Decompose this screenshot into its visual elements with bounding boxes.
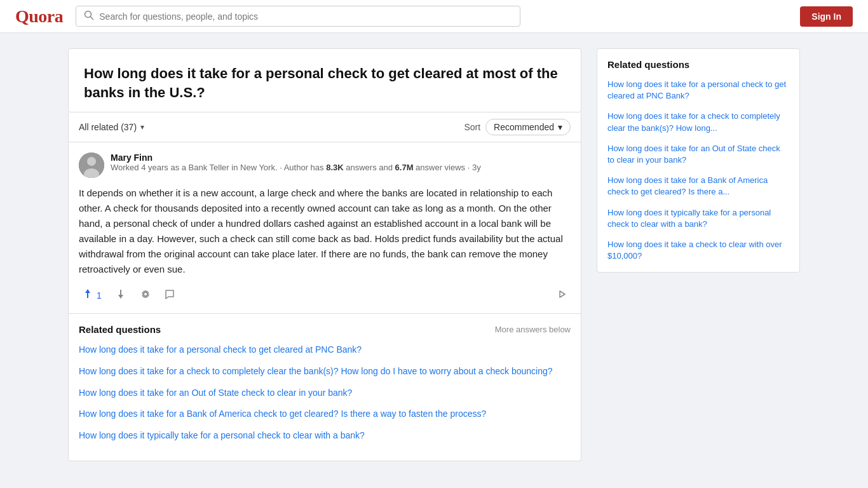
search-input[interactable]: [99, 11, 512, 22]
author-answers: 8.3K: [326, 163, 343, 172]
sort-label: Sort: [464, 122, 480, 132]
sidebar-link-6[interactable]: How long does it take a check to clear w…: [607, 239, 789, 262]
sign-in-button[interactable]: Sign In: [800, 6, 853, 27]
comment-button[interactable]: [161, 286, 178, 304]
quora-logo: Quora: [15, 6, 63, 27]
answer-text: It depends on whether it is a new accoun…: [79, 186, 571, 277]
header: Quora Sign In: [0, 0, 868, 33]
comment-icon: [164, 288, 175, 302]
action-bar: 1: [79, 285, 571, 306]
related-in-answer: Related questions More answers below How…: [68, 314, 581, 461]
share-icon: [140, 288, 151, 302]
upvote-count: 1: [97, 290, 102, 301]
recommended-label: Recommended: [494, 122, 554, 132]
all-related-filter[interactable]: All related (37) ▾: [79, 122, 144, 132]
related-link-2[interactable]: How long does it take for a check to com…: [79, 365, 571, 378]
related-questions-title: Related questions: [79, 324, 161, 335]
related-link-1[interactable]: How long does it take for a personal che…: [79, 344, 571, 356]
sidebar-link-2[interactable]: How long does it take for a check to com…: [607, 111, 789, 133]
author-name: Mary Finn: [111, 152, 481, 163]
left-column: How long does it take for a personal che…: [68, 48, 581, 461]
main-container: How long does it take for a personal che…: [53, 48, 815, 461]
arrow-share-icon: [557, 288, 568, 302]
upvote-button[interactable]: 1: [79, 285, 104, 306]
search-icon: [84, 10, 94, 22]
sidebar-link-5[interactable]: How long does it typically take for a pe…: [607, 207, 789, 230]
sidebar-link-3[interactable]: How long does it take for an Out of Stat…: [607, 143, 789, 166]
chevron-down-icon: ▾: [558, 122, 562, 132]
question-box: How long does it take for a personal che…: [68, 48, 581, 112]
svg-point-5: [144, 292, 147, 296]
author-info: Mary Finn Worked 4 years as a Bank Telle…: [111, 152, 481, 172]
svg-line-1: [91, 17, 93, 20]
all-related-label: All related (37): [79, 122, 137, 132]
author-views: 6.7M: [395, 163, 414, 172]
sidebar-link-4[interactable]: How long does it take for a Bank of Amer…: [607, 175, 789, 198]
sidebar-box: Related questions How long does it take …: [597, 48, 800, 273]
author-row: Mary Finn Worked 4 years as a Bank Telle…: [79, 152, 571, 178]
header-right: Sign In: [800, 6, 853, 27]
downvote-button[interactable]: [112, 285, 130, 305]
sort-area: Sort Recommended ▾: [464, 119, 571, 135]
svg-point-3: [87, 157, 96, 166]
downvote-icon: [114, 288, 127, 302]
right-sidebar: Related questions How long does it take …: [597, 48, 800, 461]
answer-card: Mary Finn Worked 4 years as a Bank Telle…: [68, 142, 581, 314]
share-button[interactable]: [137, 286, 154, 304]
chevron-down-icon: ▾: [140, 123, 144, 132]
sidebar-title: Related questions: [607, 59, 789, 70]
sidebar-link-1[interactable]: How long does it take for a personal che…: [607, 79, 789, 102]
author-bio: Worked 4 years as a Bank Teller in New Y…: [111, 163, 481, 172]
avatar: [79, 152, 104, 178]
avatar-image: [79, 152, 104, 178]
related-header-row: Related questions More answers below: [79, 324, 571, 335]
related-link-4[interactable]: How long does it take for a Bank of Amer…: [79, 408, 571, 421]
filter-bar: All related (37) ▾ Sort Recommended ▾: [68, 112, 581, 142]
upvote-icon: [81, 287, 94, 303]
search-bar[interactable]: [76, 6, 520, 27]
related-link-5[interactable]: How long does it typically take for a pe…: [79, 430, 571, 442]
related-link-3[interactable]: How long does it take for an Out of Stat…: [79, 387, 571, 400]
external-share-button[interactable]: [554, 286, 571, 305]
sort-dropdown[interactable]: Recommended ▾: [485, 119, 571, 135]
more-answers-label: More answers below: [495, 325, 571, 334]
question-title: How long does it take for a personal che…: [84, 64, 566, 102]
